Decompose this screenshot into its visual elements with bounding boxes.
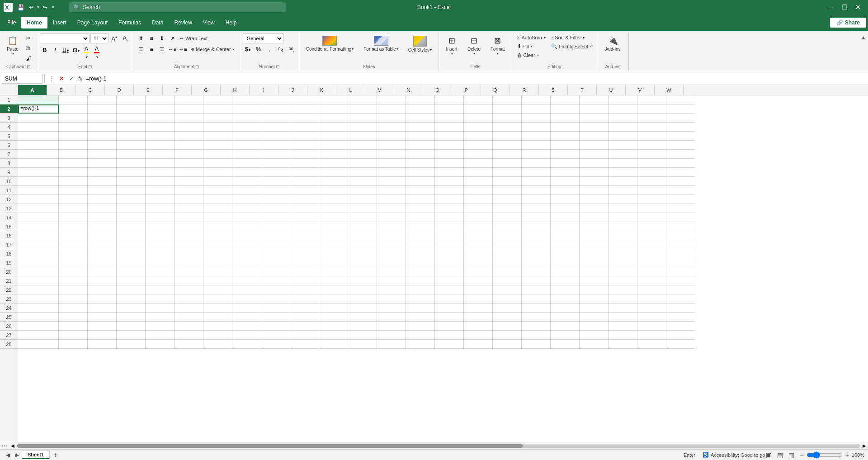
- more-functions-btn[interactable]: ⋮: [47, 74, 57, 84]
- cell-G28[interactable]: [203, 340, 232, 349]
- cell-I24[interactable]: [261, 304, 290, 313]
- cell-B23[interactable]: [59, 294, 88, 304]
- col-header-S[interactable]: S: [539, 85, 568, 95]
- cell-K27[interactable]: [319, 331, 348, 340]
- cell-U13[interactable]: [609, 204, 637, 213]
- cell-U5[interactable]: [609, 132, 637, 141]
- cell-P13[interactable]: [464, 204, 493, 213]
- cell-T26[interactable]: [580, 322, 609, 331]
- cell-U12[interactable]: [609, 195, 637, 204]
- cell-B18[interactable]: [59, 249, 88, 258]
- cell-C14[interactable]: [88, 213, 117, 222]
- cell-S13[interactable]: [551, 204, 580, 213]
- autosum-btn[interactable]: Σ AutoSum ▾: [515, 33, 548, 42]
- cell-S9[interactable]: [551, 168, 580, 177]
- cell-U27[interactable]: [609, 331, 637, 340]
- cell-L13[interactable]: [348, 204, 377, 213]
- cell-E1[interactable]: [146, 95, 175, 104]
- cell-A12[interactable]: [18, 195, 59, 204]
- cell-Q2[interactable]: [493, 104, 522, 114]
- cell-J24[interactable]: [290, 304, 319, 313]
- cell-L6[interactable]: [348, 141, 377, 150]
- cell-O15[interactable]: [435, 222, 464, 231]
- cell-P11[interactable]: [464, 186, 493, 195]
- cell-U8[interactable]: [609, 159, 637, 168]
- cell-P3[interactable]: [464, 114, 493, 123]
- cell-S24[interactable]: [551, 304, 580, 313]
- cell-C15[interactable]: [88, 222, 117, 231]
- cell-K11[interactable]: [319, 186, 348, 195]
- cell-M1[interactable]: [377, 95, 406, 104]
- cell-N1[interactable]: [406, 95, 435, 104]
- cell-V23[interactable]: [637, 294, 666, 304]
- cell-C17[interactable]: [88, 240, 117, 249]
- cell-E2[interactable]: [146, 104, 175, 114]
- cell-P5[interactable]: [464, 132, 493, 141]
- cell-O26[interactable]: [435, 322, 464, 331]
- cell-E25[interactable]: [146, 313, 175, 322]
- cell-P14[interactable]: [464, 213, 493, 222]
- cell-P12[interactable]: [464, 195, 493, 204]
- col-header-B[interactable]: B: [47, 85, 76, 95]
- cell-D19[interactable]: [117, 258, 146, 267]
- cell-H10[interactable]: [232, 177, 261, 186]
- cell-H18[interactable]: [232, 249, 261, 258]
- italic-btn[interactable]: I: [50, 45, 60, 55]
- cell-L20[interactable]: [348, 267, 377, 276]
- cell-R22[interactable]: [522, 285, 551, 294]
- cell-U21[interactable]: [609, 276, 637, 285]
- cell-J19[interactable]: [290, 258, 319, 267]
- cell-I13[interactable]: [261, 204, 290, 213]
- cell-W2[interactable]: [666, 104, 695, 114]
- cell-O18[interactable]: [435, 249, 464, 258]
- cell-E28[interactable]: [146, 340, 175, 349]
- cell-E20[interactable]: [146, 267, 175, 276]
- cell-N7[interactable]: [406, 150, 435, 159]
- cell-G2[interactable]: [203, 104, 232, 114]
- cell-A23[interactable]: [18, 294, 59, 304]
- cell-L1[interactable]: [348, 95, 377, 104]
- cell-B4[interactable]: [59, 123, 88, 132]
- search-input[interactable]: [83, 4, 281, 10]
- cell-H27[interactable]: [232, 331, 261, 340]
- cell-H5[interactable]: [232, 132, 261, 141]
- cell-Q9[interactable]: [493, 168, 522, 177]
- cell-W25[interactable]: [666, 313, 695, 322]
- cell-O14[interactable]: [435, 213, 464, 222]
- cell-G8[interactable]: [203, 159, 232, 168]
- cell-F26[interactable]: [175, 322, 203, 331]
- col-header-V[interactable]: V: [626, 85, 655, 95]
- cell-B1[interactable]: [59, 95, 88, 104]
- cell-W28[interactable]: [666, 340, 695, 349]
- cell-K21[interactable]: [319, 276, 348, 285]
- cell-D8[interactable]: [117, 159, 146, 168]
- cell-E24[interactable]: [146, 304, 175, 313]
- row-num-17[interactable]: 17: [0, 240, 18, 249]
- cell-Q16[interactable]: [493, 231, 522, 240]
- cell-G1[interactable]: [203, 95, 232, 104]
- cell-I28[interactable]: [261, 340, 290, 349]
- cell-K22[interactable]: [319, 285, 348, 294]
- row-num-24[interactable]: 24: [0, 304, 18, 313]
- cell-E23[interactable]: [146, 294, 175, 304]
- cell-F2[interactable]: [175, 104, 203, 114]
- col-header-T[interactable]: T: [568, 85, 597, 95]
- cell-A6[interactable]: [18, 141, 59, 150]
- delete-btn[interactable]: ⊟ Delete ▾: [463, 33, 485, 58]
- cell-V16[interactable]: [637, 231, 666, 240]
- cell-M8[interactable]: [377, 159, 406, 168]
- cell-O19[interactable]: [435, 258, 464, 267]
- cell-U1[interactable]: [609, 95, 637, 104]
- conditional-formatting-btn[interactable]: Conditional Formatting ▾: [302, 33, 358, 54]
- cell-T1[interactable]: [580, 95, 609, 104]
- align-middle-btn[interactable]: ≡: [146, 33, 156, 43]
- cell-T16[interactable]: [580, 231, 609, 240]
- cell-E14[interactable]: [146, 213, 175, 222]
- cell-G24[interactable]: [203, 304, 232, 313]
- cell-Q4[interactable]: [493, 123, 522, 132]
- cell-H12[interactable]: [232, 195, 261, 204]
- cell-T5[interactable]: [580, 132, 609, 141]
- cell-M14[interactable]: [377, 213, 406, 222]
- row-num-5[interactable]: 5: [0, 132, 18, 141]
- cell-G18[interactable]: [203, 249, 232, 258]
